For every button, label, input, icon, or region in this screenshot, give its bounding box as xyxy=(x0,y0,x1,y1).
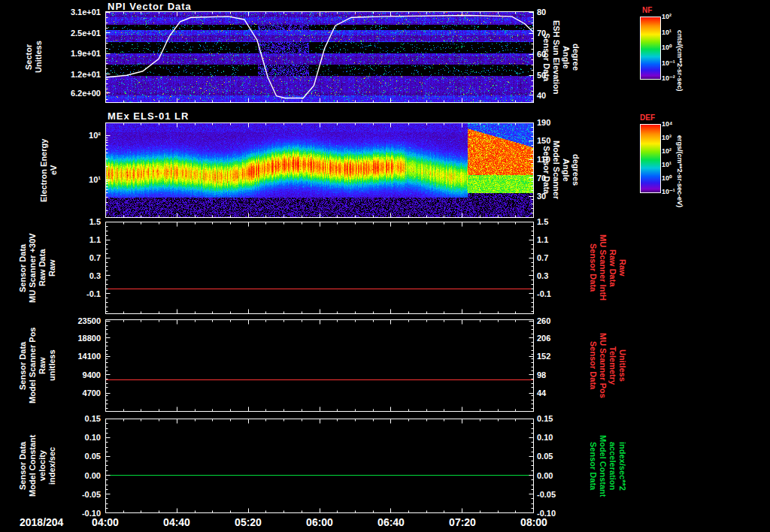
p5-y-tick-label: 0.00 xyxy=(45,471,101,480)
els-colorbar-tick-label: 10² xyxy=(662,147,692,155)
p5-y-right-tick-label: 0.15 xyxy=(537,414,582,423)
p3-y-right-tick-label: 1.1 xyxy=(537,235,582,244)
els-colorbar-tick-label: 10⁰ xyxy=(662,174,692,182)
p4-y-right-tick-label: 152 xyxy=(537,352,582,361)
els-colorbar-tick-label: 10⁴ xyxy=(662,120,692,128)
els-spectrogram-canvas xyxy=(105,122,534,218)
p5-y-right-tick-label: 0.05 xyxy=(537,452,582,461)
p3-y-right-tick-label: 0.3 xyxy=(537,271,582,280)
els-y-tick-label: 10¹ xyxy=(45,175,101,184)
npi-y-tick-label: 1.9e+01 xyxy=(45,49,101,58)
p3-y-tick-label: 0.3 xyxy=(45,271,101,280)
date-label: 2018/204 xyxy=(20,516,63,528)
x-axis-tick-label: 06:00 xyxy=(299,516,341,528)
x-axis-tick-label: 07:20 xyxy=(441,516,484,528)
p3-right-axis-label: Sensor Data MU Scanner IntH Raw Data Raw xyxy=(587,222,629,314)
p4-y-tick-label: 4700 xyxy=(45,388,101,397)
p4-y-tick-label: 14100 xyxy=(45,352,101,361)
npi-y-tick-label: 3.1e+01 xyxy=(45,8,101,17)
npi-colorbar-tick-label: 10² xyxy=(662,13,692,20)
p3-y-right-tick-label: 1.5 xyxy=(537,217,582,226)
p3-y-tick-label: 1.5 xyxy=(45,217,101,226)
p3-y-right-tick-label: -0.1 xyxy=(537,289,582,298)
p4-y-right-tick-label: 260 xyxy=(537,316,582,325)
npi-colorbar-tick-label: 10⁻¹ xyxy=(662,59,692,67)
els-y-right-tick-label: 30 xyxy=(537,192,582,201)
p5-y-tick-label: 0.15 xyxy=(45,414,101,423)
npi-y-right-tick-label: 70 xyxy=(537,29,582,38)
els-panel-title: MEx ELS-01 LR xyxy=(108,110,189,122)
p5-y-right-tick-label: -0.05 xyxy=(537,490,582,499)
x-axis-tick-label: 04:00 xyxy=(84,516,126,528)
def-colorbar xyxy=(640,124,661,193)
p4-y-tick-label: 9400 xyxy=(45,370,101,379)
nf-colorbar-title: NF xyxy=(642,6,652,14)
p4-line-plot-canvas xyxy=(105,319,534,412)
p4-y-right-tick-label: 206 xyxy=(537,334,582,343)
p5-y-right-tick-label: 0.10 xyxy=(537,433,582,442)
els-y-right-tick-label: 190 xyxy=(537,118,582,127)
els-colorbar-tick-label: 10³ xyxy=(662,134,692,141)
npi-panel-title: NPI Vector Data xyxy=(108,1,192,12)
cdaweb-time-series-figure: NPI Vector Data MEx ELS-01 LR Sector Uni… xyxy=(0,0,770,532)
npi-colorbar-tick-label: 10¹ xyxy=(662,29,692,36)
x-axis-tick-label: 05:20 xyxy=(227,516,269,528)
p5-right-axis-label: Sensor Data Model Constant acceleration … xyxy=(587,419,629,513)
els-y-right-tick-label: 70 xyxy=(537,174,582,183)
x-axis-tick-label: 04:40 xyxy=(156,516,198,528)
p3-y-tick-label: 1.1 xyxy=(45,235,101,244)
p3-line-plot-canvas xyxy=(105,222,534,314)
x-axis-tick-label: 06:40 xyxy=(370,516,412,528)
p5-line-plot-canvas xyxy=(105,419,534,513)
els-colorbar-tick-label: 10¹ xyxy=(662,161,692,168)
npi-y-tick-label: 2.5e+01 xyxy=(45,29,101,38)
npi-colorbar-tick-label: 10⁻² xyxy=(662,74,692,82)
nf-colorbar xyxy=(640,17,661,80)
npi-colorbar-tick-label: 10⁰ xyxy=(662,44,692,51)
npi-y-tick-label: 1.2e+01 xyxy=(45,70,101,79)
p4-y-tick-label: 18800 xyxy=(45,334,101,343)
p4-right-axis-label: Sensor Data MU Scanner Pos Telemetry Uni… xyxy=(587,319,629,412)
p4-y-right-tick-label: 98 xyxy=(537,370,582,379)
p3-y-tick-label: 0.7 xyxy=(45,253,101,262)
npi-y-tick-label: 6.2e+00 xyxy=(45,89,101,98)
npi-spectrogram-canvas xyxy=(105,11,534,103)
els-y-right-tick-label: 110 xyxy=(537,155,582,164)
npi-y-right-tick-label: 60 xyxy=(537,50,582,59)
p5-y-tick-label: -0.05 xyxy=(45,490,101,499)
p3-y-right-tick-label: 0.7 xyxy=(537,253,582,262)
npi-left-axis-label: Sector Unitless xyxy=(23,11,45,103)
p5-y-tick-label: 0.10 xyxy=(45,433,101,442)
els-y-right-tick-label: 150 xyxy=(537,136,582,145)
def-colorbar-title: DEF xyxy=(640,113,655,122)
p4-y-tick-label: 23500 xyxy=(45,316,101,325)
p5-y-tick-label: 0.05 xyxy=(45,452,101,461)
p4-y-right-tick-label: 44 xyxy=(537,388,582,397)
els-y-tick-label: 10² xyxy=(45,131,101,140)
els-colorbar-tick-label: 10⁻¹ xyxy=(662,188,692,195)
npi-y-right-tick-label: 50 xyxy=(537,71,582,80)
x-axis-tick-label: 08:00 xyxy=(513,516,555,528)
npi-y-right-tick-label: 80 xyxy=(537,8,582,17)
p5-y-right-tick-label: 0.00 xyxy=(537,471,582,480)
npi-y-right-tick-label: 40 xyxy=(537,91,582,100)
p3-y-tick-label: -0.1 xyxy=(45,289,101,298)
